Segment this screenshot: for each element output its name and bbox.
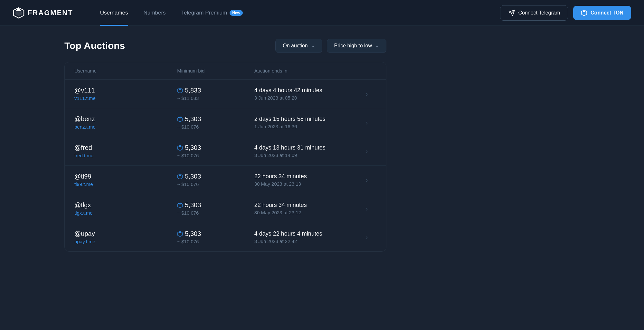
auction-col: 4 days 22 hours 4 minutes 3 Jun 2023 at …	[254, 230, 357, 244]
bid-ton-value: 5,303	[185, 173, 201, 180]
row-arrow-icon: ›	[357, 234, 376, 241]
bid-amount: 5,303	[177, 173, 254, 180]
auction-time: 4 days 13 hours 31 minutes	[254, 144, 357, 151]
table-body: @v111 v111.t.me 5,833 ~ $11,083 4 days 4…	[65, 80, 386, 251]
auction-col: 22 hours 34 minutes 30 May 2023 at 23:13	[254, 173, 357, 187]
username-col: @upay upay.t.me	[74, 230, 177, 244]
username-col: @tlgx tlgx.t.me	[74, 201, 177, 216]
bid-amount: 5,833	[177, 87, 254, 94]
main-content: Top Auctions On auction ⌄ Price high to …	[0, 26, 451, 265]
username-col: @benz benz.t.me	[74, 115, 177, 130]
username-link: v111.t.me	[74, 95, 177, 101]
auction-date: 30 May 2023 at 23:12	[254, 210, 357, 215]
ton-icon-row	[177, 145, 183, 151]
bid-usd-value: ~ $11,083	[177, 95, 254, 101]
username-handle: @tlgx	[74, 201, 177, 209]
table-row[interactable]: @fred fred.t.me 5,303 ~ $10,076 4 days 1…	[65, 137, 386, 166]
username-col: @tl99 tl99.t.me	[74, 173, 177, 187]
bid-ton-value: 5,303	[185, 115, 201, 123]
status-filter-button[interactable]: On auction ⌄	[275, 39, 322, 53]
auction-time: 22 hours 34 minutes	[254, 173, 357, 180]
auction-col: 22 hours 34 minutes 30 May 2023 at 23:12	[254, 202, 357, 215]
username-handle: @tl99	[74, 173, 177, 180]
new-badge: New	[230, 10, 243, 16]
bid-usd-value: ~ $10,076	[177, 210, 254, 216]
username-handle: @benz	[74, 115, 177, 123]
auction-date: 30 May 2023 at 23:13	[254, 181, 357, 187]
header: FRAGMENT Usernames Numbers Telegram Prem…	[0, 0, 644, 26]
col-header-username: Username	[74, 68, 177, 73]
logo-text: FRAGMENT	[28, 9, 73, 17]
table-row[interactable]: @tlgx tlgx.t.me 5,303 ~ $10,076 22 hours…	[65, 194, 386, 223]
username-handle: @v111	[74, 87, 177, 94]
bid-usd-value: ~ $10,076	[177, 153, 254, 158]
table-row[interactable]: @tl99 tl99.t.me 5,303 ~ $10,076 22 hours…	[65, 166, 386, 194]
bid-usd-value: ~ $10,076	[177, 239, 254, 244]
header-actions: Connect Telegram Connect TON	[500, 5, 631, 21]
col-header-bid: Minimum bid	[177, 68, 254, 73]
auction-time: 4 days 4 hours 42 minutes	[254, 87, 357, 94]
ton-icon-header	[581, 10, 587, 16]
auction-time: 4 days 22 hours 4 minutes	[254, 230, 357, 237]
col-header-arrow	[357, 68, 376, 73]
ton-icon-row	[177, 116, 183, 122]
sort-chevron-icon: ⌄	[375, 43, 379, 48]
auction-col: 2 days 15 hours 58 minutes 1 Jun 2023 at…	[254, 116, 357, 129]
page-title: Top Auctions	[64, 40, 125, 51]
bid-amount: 5,303	[177, 144, 254, 151]
username-handle: @fred	[74, 144, 177, 151]
auction-col: 4 days 13 hours 31 minutes 3 Jun 2023 at…	[254, 144, 357, 158]
bid-col: 5,303 ~ $10,076	[177, 230, 254, 244]
bid-amount: 5,303	[177, 230, 254, 238]
logo[interactable]: FRAGMENT	[13, 7, 73, 19]
bid-usd-value: ~ $10,076	[177, 124, 254, 130]
nav: Usernames Numbers Telegram Premium New	[92, 0, 500, 26]
row-arrow-icon: ›	[357, 90, 376, 98]
connect-telegram-button[interactable]: Connect Telegram	[500, 5, 568, 21]
nav-item-numbers[interactable]: Numbers	[136, 0, 174, 26]
filters: On auction ⌄ Price high to low ⌄	[275, 39, 386, 53]
username-link: upay.t.me	[74, 239, 177, 244]
auction-date: 3 Jun 2023 at 05:20	[254, 95, 357, 101]
bid-amount: 5,303	[177, 201, 254, 209]
bid-ton-value: 5,303	[185, 230, 201, 238]
auction-date: 3 Jun 2023 at 14:09	[254, 152, 357, 158]
ton-icon-row	[177, 231, 183, 237]
auction-date: 3 Jun 2023 at 22:42	[254, 238, 357, 244]
table-row[interactable]: @v111 v111.t.me 5,833 ~ $11,083 4 days 4…	[65, 80, 386, 108]
nav-item-telegram-premium[interactable]: Telegram Premium New	[174, 0, 251, 26]
username-col: @v111 v111.t.me	[74, 87, 177, 101]
table-row[interactable]: @upay upay.t.me 5,303 ~ $10,076 4 days 2…	[65, 223, 386, 251]
row-arrow-icon: ›	[357, 148, 376, 155]
auction-time: 2 days 15 hours 58 minutes	[254, 116, 357, 122]
bid-ton-value: 5,303	[185, 201, 201, 209]
username-handle: @upay	[74, 230, 177, 238]
auction-date: 1 Jun 2023 at 16:36	[254, 124, 357, 129]
bid-ton-value: 5,303	[185, 144, 201, 151]
nav-item-usernames[interactable]: Usernames	[92, 0, 136, 26]
connect-ton-button[interactable]: Connect TON	[573, 6, 631, 20]
bid-ton-value: 5,833	[185, 87, 201, 94]
row-arrow-icon: ›	[357, 205, 376, 212]
bid-col: 5,303 ~ $10,076	[177, 115, 254, 130]
bid-col: 5,303 ~ $10,076	[177, 173, 254, 187]
auction-table: Username Minimum bid Auction ends in @v1…	[64, 62, 386, 252]
bid-amount: 5,303	[177, 115, 254, 123]
ton-icon-row	[177, 88, 183, 93]
username-link: benz.t.me	[74, 124, 177, 130]
username-link: tl99.t.me	[74, 181, 177, 187]
svg-marker-2	[15, 8, 22, 11]
row-arrow-icon: ›	[357, 119, 376, 126]
bid-usd-value: ~ $10,076	[177, 181, 254, 187]
status-chevron-icon: ⌄	[311, 43, 315, 48]
bid-col: 5,303 ~ $10,076	[177, 201, 254, 216]
sort-filter-button[interactable]: Price high to low ⌄	[327, 39, 386, 53]
telegram-icon	[508, 9, 515, 16]
ton-icon-row	[177, 174, 183, 180]
bid-col: 5,833 ~ $11,083	[177, 87, 254, 101]
logo-icon	[13, 7, 24, 19]
table-header: Username Minimum bid Auction ends in	[65, 62, 386, 80]
table-row[interactable]: @benz benz.t.me 5,303 ~ $10,076 2 days 1…	[65, 108, 386, 137]
username-link: fred.t.me	[74, 153, 177, 158]
username-link: tlgx.t.me	[74, 210, 177, 216]
